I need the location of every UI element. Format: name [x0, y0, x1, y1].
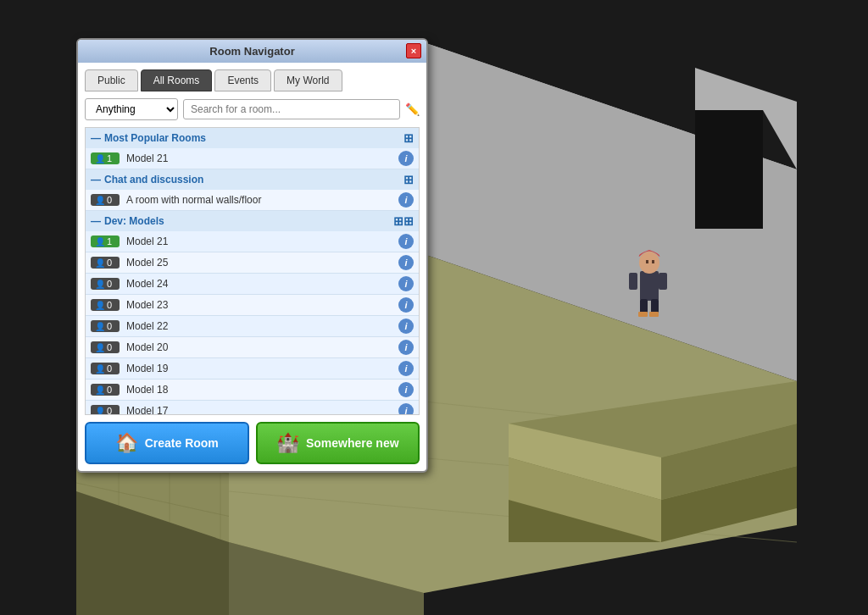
list-item[interactable]: 👤 0 Model 17 i: [86, 401, 419, 415]
info-button[interactable]: i: [398, 297, 414, 313]
tab-all-rooms[interactable]: All Rooms: [141, 69, 213, 91]
svg-rect-28: [640, 271, 659, 301]
svg-rect-35: [649, 312, 659, 317]
room-name: Model 22: [126, 320, 398, 332]
user-count-badge: 👤 0: [91, 257, 120, 269]
dialog-title: Room Navigator: [209, 45, 294, 58]
info-button[interactable]: i: [398, 361, 414, 376]
list-item[interactable]: 👤 0 Model 18 i: [86, 380, 419, 401]
info-button[interactable]: i: [398, 234, 414, 249]
list-item[interactable]: 👤 0 Model 19 i: [86, 358, 419, 380]
info-button[interactable]: i: [398, 151, 414, 166]
category-label: Dev: Models: [104, 215, 164, 227]
tab-public[interactable]: Public: [85, 69, 138, 91]
room-name: Model 19: [126, 363, 398, 374]
user-count-badge: 👤 0: [91, 194, 120, 206]
room-name: Model 25: [126, 257, 398, 269]
room-name: Model 18: [126, 384, 398, 396]
room-name: A room with normal walls/floor: [126, 194, 398, 206]
list-item[interactable]: 👤 0 Model 20 i: [86, 337, 419, 358]
room-list[interactable]: — Most Popular Rooms ⊞ 👤 1 Model 21 i — …: [85, 127, 420, 415]
info-button[interactable]: i: [398, 319, 414, 334]
user-count-badge: 👤 0: [91, 320, 120, 332]
info-button[interactable]: i: [398, 192, 414, 208]
list-item[interactable]: 👤 0 Model 24 i: [86, 274, 419, 295]
somewhere-new-label: Somewhere new: [306, 436, 399, 450]
info-button[interactable]: i: [398, 340, 414, 355]
list-item[interactable]: 👤 0 Model 22 i: [86, 316, 419, 337]
info-button[interactable]: i: [398, 255, 414, 270]
user-count-badge: 👤 0: [91, 299, 120, 311]
grid-view-icon[interactable]: ⊞: [403, 173, 414, 186]
dialog-body: Public All Rooms Events My World Anythin…: [78, 63, 426, 471]
create-room-button[interactable]: 🏠 Create Room: [85, 422, 249, 464]
grid-view-icon[interactable]: ⊞: [403, 131, 414, 145]
svg-rect-31: [659, 273, 667, 290]
category-dev-models: — Dev: Models ⊞⊞: [86, 211, 419, 231]
pencil-icon[interactable]: ✏️: [405, 102, 420, 116]
tab-bar: Public All Rooms Events My World: [85, 69, 420, 91]
dialog-titlebar: Room Navigator ×: [78, 40, 426, 63]
category-label: Most Popular Rooms: [104, 132, 206, 144]
svg-rect-36: [646, 260, 648, 263]
user-count-badge: 👤 1: [91, 152, 120, 164]
info-button[interactable]: i: [398, 276, 414, 291]
user-count-badge: 👤 1: [91, 235, 120, 247]
filter-row: AnythingRoomsEvents ✏️: [85, 98, 420, 120]
create-room-label: Create Room: [145, 436, 219, 450]
svg-point-29: [639, 252, 659, 274]
user-count-badge: 👤 0: [91, 341, 120, 353]
room-name: Model 23: [126, 299, 398, 311]
user-count-badge: 👤 0: [91, 384, 120, 396]
user-count-badge: 👤 0: [91, 363, 120, 374]
list-item[interactable]: 👤 0 Model 23 i: [86, 295, 419, 316]
create-room-icon: 🏠: [115, 432, 138, 454]
room-name: Model 21: [126, 152, 398, 164]
grid-view-icon[interactable]: ⊞⊞: [393, 214, 414, 228]
filter-select[interactable]: AnythingRoomsEvents: [85, 98, 178, 120]
info-button[interactable]: i: [398, 403, 414, 415]
search-input[interactable]: [183, 99, 400, 119]
user-count-badge: 👤 0: [91, 405, 120, 415]
svg-rect-34: [638, 312, 648, 317]
category-label: Chat and discussion: [104, 174, 203, 186]
svg-rect-37: [652, 260, 654, 263]
info-button[interactable]: i: [398, 382, 414, 397]
room-name: Model 20: [126, 341, 398, 353]
category-most-popular: — Most Popular Rooms ⊞: [86, 128, 419, 148]
bottom-buttons: 🏠 Create Room 🏰 Somewhere new: [85, 422, 420, 464]
room-name: Model 21: [126, 235, 398, 247]
list-item[interactable]: 👤 0 Model 25 i: [86, 252, 419, 274]
somewhere-new-button[interactable]: 🏰 Somewhere new: [256, 422, 420, 464]
svg-rect-24: [695, 110, 763, 229]
list-item[interactable]: 👤 1 Model 21 i: [86, 231, 419, 252]
list-item[interactable]: 👤 0 A room with normal walls/floor i: [86, 190, 419, 211]
category-chat: — Chat and discussion ⊞: [86, 169, 419, 190]
room-name: Model 24: [126, 278, 398, 290]
somewhere-new-icon: 🏰: [276, 432, 299, 454]
list-item[interactable]: 👤 1 Model 21 i: [86, 148, 419, 169]
room-navigator-dialog: Room Navigator × Public All Rooms Events…: [76, 38, 428, 473]
tab-my-world[interactable]: My World: [274, 69, 342, 91]
tab-events[interactable]: Events: [214, 69, 271, 91]
close-button[interactable]: ×: [406, 43, 421, 58]
svg-rect-30: [629, 273, 637, 290]
room-name: Model 17: [126, 405, 398, 415]
user-count-badge: 👤 0: [91, 278, 120, 290]
